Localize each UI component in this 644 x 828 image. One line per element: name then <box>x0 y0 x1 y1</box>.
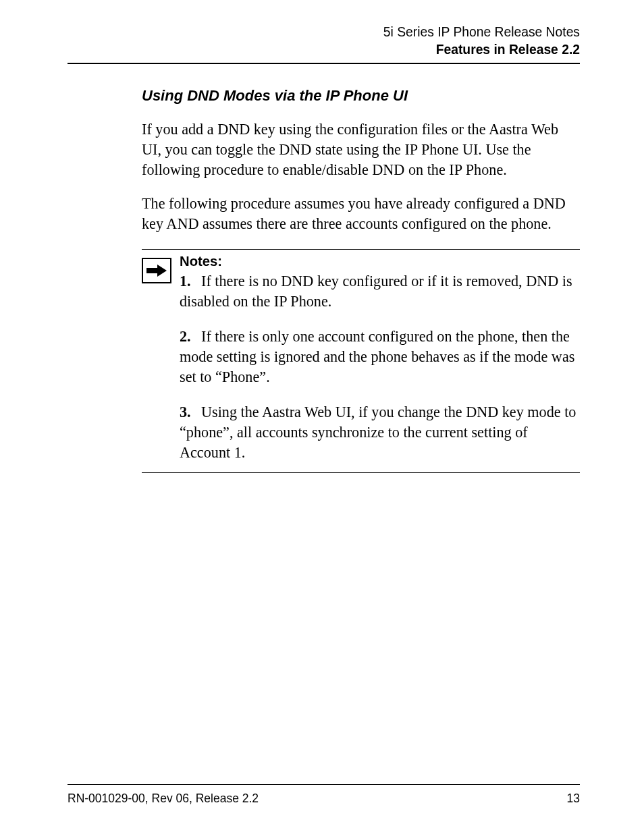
footer-doc-id: RN-001029-00, Rev 06, Release 2.2 <box>68 792 259 806</box>
note-item-1: 1.If there is no DND key configured or i… <box>180 271 580 312</box>
footer-page-number: 13 <box>567 792 580 806</box>
notes-label: Notes: <box>180 254 580 269</box>
note-text: Using the Aastra Web UI, if you change t… <box>180 404 576 461</box>
footer-rule <box>68 784 580 785</box>
svg-marker-0 <box>146 265 167 277</box>
footer-row: RN-001029-00, Rev 06, Release 2.2 13 <box>68 792 580 806</box>
body-paragraph-2: The following procedure assumes you have… <box>142 194 580 234</box>
header-section-line: Features in Release 2.2 <box>68 41 580 59</box>
content-area: Using DND Modes via the IP Phone UI If y… <box>142 87 580 473</box>
note-number: 3. <box>180 402 201 422</box>
page: 5i Series IP Phone Release Notes Feature… <box>0 0 644 828</box>
body-paragraph-1: If you add a DND key using the configura… <box>142 119 580 180</box>
header-product-line: 5i Series IP Phone Release Notes <box>68 24 580 41</box>
header-rule <box>68 63 580 64</box>
running-header: 5i Series IP Phone Release Notes Feature… <box>68 24 580 59</box>
section-title: Using DND Modes via the IP Phone UI <box>142 87 580 105</box>
notes-box: Notes: 1.If there is no DND key configur… <box>142 249 580 473</box>
note-number: 1. <box>180 271 201 292</box>
arrow-right-icon <box>142 258 171 283</box>
note-number: 2. <box>180 327 201 347</box>
note-item-3: 3.Using the Aastra Web UI, if you change… <box>180 402 580 463</box>
note-text: If there is no DND key configured or if … <box>180 273 572 310</box>
note-text: If there is only one account configured … <box>180 328 574 385</box>
page-footer: RN-001029-00, Rev 06, Release 2.2 13 <box>68 784 580 806</box>
notes-text: Notes: 1.If there is no DND key configur… <box>180 254 580 463</box>
note-item-2: 2.If there is only one account configure… <box>180 327 580 387</box>
